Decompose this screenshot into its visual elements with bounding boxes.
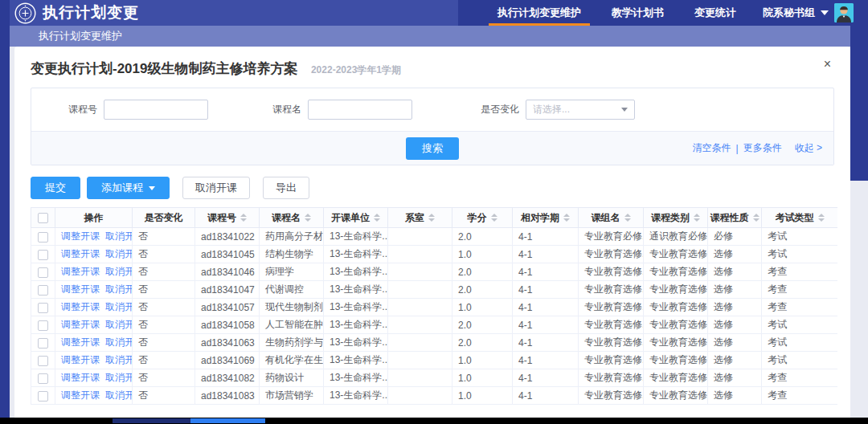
cell-dept (388, 263, 452, 281)
row-checkbox[interactable] (38, 373, 48, 384)
adjust-course-link[interactable]: 调整开课 (61, 319, 100, 330)
cell-course_no: ad18341045 (195, 246, 260, 263)
row-checkbox[interactable] (38, 391, 48, 402)
col-header-checkbox[interactable] (31, 208, 55, 228)
col-header-rel_term[interactable]: 相对学期 (513, 208, 579, 228)
cell-action: 调整开课取消开课 (55, 352, 133, 369)
adjust-course-link[interactable]: 调整开课 (61, 248, 100, 259)
column-label: 是否变化 (145, 211, 183, 225)
cancel-course-link[interactable]: 取消开课 (105, 336, 133, 348)
col-header-course_no[interactable]: 课程号 (195, 208, 260, 228)
col-header-dept[interactable]: 系室 (388, 208, 452, 228)
row-checkbox[interactable] (38, 338, 48, 349)
sort-icon[interactable] (624, 214, 631, 222)
cancel-course-link[interactable]: 取消开课 (105, 389, 133, 401)
nav-tab-change-statistics[interactable]: 变更统计 (679, 0, 751, 26)
adjust-course-link[interactable]: 调整开课 (61, 389, 100, 401)
add-course-button[interactable]: 添加课程 (87, 177, 170, 199)
adjust-course-link[interactable]: 调整开课 (61, 266, 100, 277)
row-checkbox[interactable] (38, 320, 48, 331)
cancel-course-link[interactable]: 取消开课 (105, 266, 133, 277)
cell-unit (324, 405, 388, 406)
submit-button[interactable]: 提交 (31, 177, 80, 199)
cell-credit: 1.0 (452, 387, 513, 405)
cancel-course-link[interactable]: 取消开课 (105, 283, 133, 295)
adjust-course-link[interactable]: 调整开课 (61, 372, 100, 383)
cell-unit: 13-生命科学... (324, 334, 388, 352)
cell-credit (452, 405, 513, 406)
col-header-group_name[interactable]: 课组名 (579, 208, 644, 228)
cell-checkbox (31, 263, 55, 281)
row-checkbox[interactable] (38, 356, 48, 366)
adjust-course-link[interactable]: 调整开课 (61, 301, 100, 312)
row-checkbox[interactable] (38, 303, 48, 313)
user-avatar[interactable] (834, 3, 854, 22)
cell-course_name: 现代生物制剂... (260, 299, 324, 316)
column-label: 课程性质 (710, 211, 749, 225)
search-button[interactable]: 搜索 (406, 137, 459, 160)
cell-course_no: ad18341063 (195, 334, 260, 352)
breadcrumb-bar: 执行计划变更维护 (10, 26, 850, 47)
select-all-checkbox[interactable] (38, 213, 48, 223)
col-header-course_name[interactable]: 课程名 (260, 208, 324, 228)
row-checkbox[interactable] (38, 232, 48, 243)
sort-icon[interactable] (818, 214, 825, 222)
sort-icon[interactable] (240, 214, 247, 222)
cell-unit: 13-生命科学... (324, 352, 388, 369)
collapse-link[interactable]: 收起 > (795, 141, 822, 155)
cell-category: 专业教育选修... (644, 369, 708, 387)
course-name-input[interactable] (308, 100, 412, 120)
close-icon[interactable]: × (824, 58, 831, 71)
adjust-course-link[interactable]: 调整开课 (61, 354, 100, 365)
adjust-course-link[interactable]: 调整开课 (61, 283, 100, 295)
cell-rel_term: 4-1 (513, 263, 579, 281)
cell-group_name: 专业教育选修... (579, 334, 644, 352)
cancel-course-link[interactable]: 取消开课 (105, 319, 133, 330)
chevron-down-icon (621, 108, 628, 112)
cell-checkbox (31, 369, 55, 387)
cancel-course-link[interactable]: 取消开课 (105, 372, 133, 383)
column-label: 课程号 (207, 211, 236, 225)
adjust-course-link[interactable]: 调整开课 (61, 230, 100, 242)
nav-tab-plan-change-maintenance[interactable]: 执行计划变更维护 (482, 0, 596, 26)
sort-icon[interactable] (694, 214, 700, 222)
university-seal-logo-icon (14, 2, 36, 24)
cell-changed: 否 (133, 352, 195, 369)
col-header-exam_type[interactable]: 考试类型 (762, 208, 838, 228)
col-header-unit[interactable]: 开课单位 (324, 208, 388, 228)
cell-unit: 13-生命科学... (324, 281, 388, 299)
adjust-course-link[interactable]: 调整开课 (61, 336, 100, 348)
table-toolbar: 提交 添加课程 取消开课 导出 (31, 177, 834, 199)
cancel-course-link[interactable]: 取消开课 (105, 230, 133, 242)
col-header-nature[interactable]: 课程性质 (708, 208, 762, 228)
brand: 执行计划变更 (10, 0, 458, 26)
sort-icon[interactable] (428, 214, 435, 222)
course-no-input[interactable] (104, 100, 208, 120)
user-role-dropdown[interactable]: 院系秘书组 (751, 0, 862, 26)
cell-course_name (260, 405, 324, 406)
col-header-category[interactable]: 课程类别 (644, 208, 708, 228)
cancel-course-link[interactable]: 取消开课 (105, 248, 133, 259)
sort-icon[interactable] (305, 214, 311, 222)
sort-icon[interactable] (374, 214, 380, 222)
cell-group_name: 专业教育选修... (579, 246, 644, 263)
cell-nature: 选修 (708, 352, 762, 369)
row-checkbox[interactable] (38, 267, 48, 278)
col-header-credit[interactable]: 学分 (452, 208, 513, 228)
cancel-course-button[interactable]: 取消开课 (182, 177, 250, 199)
sort-icon[interactable] (753, 214, 760, 222)
row-checkbox[interactable] (38, 285, 48, 296)
cell-checkbox (31, 334, 55, 352)
clear-conditions-link[interactable]: 清空条件 (693, 141, 731, 155)
table-row: 调整开课取消开课否 (31, 405, 838, 406)
cancel-course-link[interactable]: 取消开课 (105, 301, 133, 312)
nav-tab-teaching-plan-book[interactable]: 教学计划书 (596, 0, 679, 26)
row-checkbox[interactable] (38, 250, 48, 260)
export-button[interactable]: 导出 (263, 177, 309, 199)
more-conditions-link[interactable]: 更多条件 (743, 141, 782, 155)
changed-select[interactable]: 请选择... (526, 100, 635, 120)
sort-icon[interactable] (491, 214, 497, 222)
filter-actions-row: 搜索 清空条件 | 更多条件 收起 > (31, 131, 833, 165)
sort-icon[interactable] (563, 214, 570, 222)
cancel-course-link[interactable]: 取消开课 (105, 354, 133, 365)
